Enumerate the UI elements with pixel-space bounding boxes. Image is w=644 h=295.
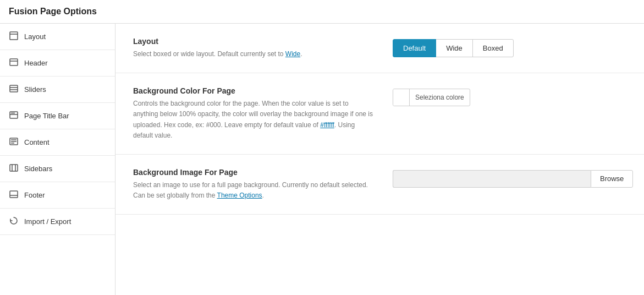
- layout-button-group: Default Wide Boxed: [393, 39, 514, 57]
- layout-default-button[interactable]: Default: [393, 39, 436, 57]
- bg-image-setting-section: Background Image For Page Select an imag…: [115, 155, 644, 215]
- sidebar-label-header: Header: [24, 59, 48, 67]
- sidebar-label-sliders: Sliders: [24, 85, 46, 94]
- sidebars-icon: [9, 163, 19, 174]
- svg-rect-17: [10, 191, 18, 198]
- sidebar-item-header[interactable]: Header: [0, 50, 115, 77]
- bg-image-file-input[interactable]: [393, 170, 591, 188]
- bg-image-setting-right: Browse: [393, 168, 633, 188]
- sliders-icon: [9, 84, 19, 95]
- sidebar-label-layout: Layout: [24, 32, 46, 41]
- sidebar-item-page-title-bar[interactable]: Page Title Bar: [0, 103, 115, 129]
- bg-color-setting-title: Background Color For Page: [133, 86, 375, 95]
- svg-rect-2: [10, 59, 18, 65]
- color-swatch[interactable]: [393, 89, 410, 106]
- footer-icon: [9, 190, 19, 200]
- sidebar-label-import-export: Import / Export: [24, 217, 71, 226]
- sidebar-item-import-export[interactable]: Import / Export: [0, 209, 115, 235]
- main-layout: Layout Header: [0, 24, 644, 295]
- sidebar-label-page-title-bar: Page Title Bar: [24, 112, 69, 120]
- content-icon: [9, 137, 19, 148]
- bg-image-desc-suffix: .: [262, 192, 264, 199]
- layout-setting-section: Layout Select boxed or wide layout. Defa…: [115, 24, 644, 73]
- layout-boxed-button[interactable]: Boxed: [472, 39, 514, 57]
- header-icon: [9, 58, 19, 68]
- bg-color-setting-desc: Controls the background color for the pa…: [133, 99, 375, 141]
- sidebar-item-sliders[interactable]: Sliders: [0, 77, 115, 103]
- fusion-page-options-container: Fusion Page Options Layout: [0, 0, 644, 295]
- layout-setting-title: Layout: [133, 37, 375, 46]
- layout-wide-button[interactable]: Wide: [436, 39, 473, 57]
- layout-desc-link[interactable]: Wide: [285, 50, 300, 58]
- svg-rect-14: [10, 165, 18, 171]
- sidebar-label-sidebars: Sidebars: [24, 165, 52, 173]
- content-area: Layout Select boxed or wide layout. Defa…: [115, 24, 644, 295]
- bg-color-setting-right: Seleziona colore: [393, 86, 626, 106]
- layout-setting-right: Default Wide Boxed: [393, 37, 626, 57]
- layout-icon: [9, 31, 19, 42]
- import-export-icon: [9, 216, 19, 227]
- sidebar-item-content[interactable]: Content: [0, 129, 115, 156]
- layout-setting-desc: Select boxed or wide layout. Default cur…: [133, 49, 375, 59]
- layout-setting-left: Layout Select boxed or wide layout. Defa…: [133, 37, 375, 59]
- sidebar-item-footer[interactable]: Footer: [0, 182, 115, 209]
- bg-image-setting-desc: Select an image to use for a full page b…: [133, 180, 375, 201]
- page-title-bar-icon: [9, 111, 19, 121]
- bg-image-desc-link[interactable]: Theme Options: [217, 192, 262, 199]
- sidebar-item-layout[interactable]: Layout: [0, 24, 115, 50]
- color-picker[interactable]: Seleziona colore: [393, 89, 470, 106]
- svg-rect-4: [10, 85, 18, 92]
- bg-color-setting-section: Background Color For Page Controls the b…: [115, 73, 644, 155]
- sidebar-label-footer: Footer: [24, 191, 45, 199]
- layout-desc-suffix: .: [300, 50, 302, 58]
- bg-image-setting-left: Background Image For Page Select an imag…: [133, 168, 375, 201]
- color-picker-label[interactable]: Seleziona colore: [410, 91, 470, 103]
- bg-image-setting-title: Background Image For Page: [133, 168, 375, 177]
- page-title: Fusion Page Options: [9, 7, 635, 17]
- sidebar-label-content: Content: [24, 138, 49, 146]
- file-input-wrap: Browse: [393, 170, 633, 188]
- sidebar-item-sidebars[interactable]: Sidebars: [0, 156, 115, 182]
- bg-color-desc-link[interactable]: #ffffff: [320, 121, 334, 129]
- sidebar: Layout Header: [0, 24, 115, 295]
- browse-button[interactable]: Browse: [591, 170, 633, 188]
- bg-color-setting-left: Background Color For Page Controls the b…: [133, 86, 375, 141]
- page-header: Fusion Page Options: [0, 0, 644, 24]
- svg-rect-0: [10, 32, 18, 40]
- layout-desc-text: Select boxed or wide layout. Default cur…: [133, 50, 283, 58]
